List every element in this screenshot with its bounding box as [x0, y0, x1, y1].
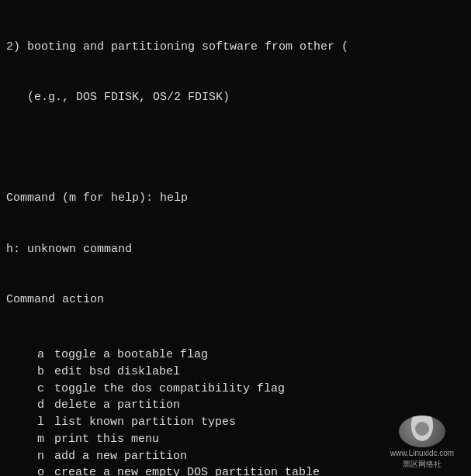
line-2: (e.g., DOS FDISK, OS/2 FDISK) — [6, 89, 465, 106]
cmd-description: toggle the dos compatibility flag — [54, 382, 285, 395]
line-3 — [6, 140, 465, 157]
cmd-letter: l — [37, 414, 54, 431]
line-action: Command action — [6, 291, 465, 309]
cmd-indent — [6, 381, 37, 398]
terminal-window: 2) booting and partitioning software fro… — [0, 0, 471, 329]
watermark-label: 黑区网络社 — [403, 459, 442, 470]
cmd-description: delete a partition — [54, 398, 180, 412]
command-item-c: ctoggle the dos compatibility flag — [6, 381, 465, 398]
cmd-description: edit bsd disklabel — [54, 365, 180, 378]
cmd-description: list known partition types — [54, 416, 236, 429]
cmd-indent — [6, 431, 37, 448]
cmd-letter: b — [37, 364, 54, 381]
command-item-a: atoggle a bootable flag — [6, 347, 465, 364]
command-item-b: bedit bsd disklabel — [6, 364, 465, 381]
cmd-letter: c — [37, 381, 54, 398]
command-item-d: ddelete a partition — [6, 397, 465, 414]
cmd-letter: n — [37, 448, 54, 465]
line-prompt-1: Command (m for help): help — [6, 190, 465, 207]
watermark: www.Linuxidc.com 黑区网络社 — [379, 416, 465, 470]
cmd-letter: o — [37, 464, 54, 476]
cmd-letter: d — [37, 397, 54, 414]
cmd-indent — [6, 397, 37, 414]
cmd-letter: m — [37, 431, 54, 448]
line-unknown: h: unknown command — [6, 241, 465, 258]
cmd-letter: a — [37, 347, 54, 364]
line-1: 2) booting and partitioning software fro… — [6, 39, 465, 56]
cmd-description: print this menu — [54, 433, 159, 446]
cmd-description: add a new partition — [54, 450, 187, 463]
watermark-icon — [399, 416, 445, 447]
cmd-indent — [6, 464, 37, 476]
cmd-indent — [6, 347, 37, 364]
watermark-site: www.Linuxidc.com — [390, 449, 454, 457]
cmd-indent — [6, 364, 37, 381]
cmd-description: toggle a bootable flag — [54, 348, 208, 361]
cmd-indent — [6, 414, 37, 431]
cmd-indent — [6, 448, 37, 465]
cmd-description: create a new empty DOS partition table — [54, 466, 320, 476]
